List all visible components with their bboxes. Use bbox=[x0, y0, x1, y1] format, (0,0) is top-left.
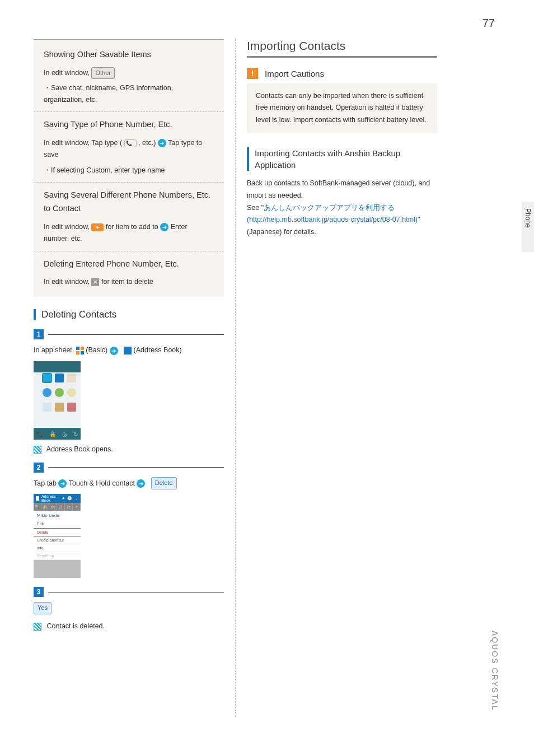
caution-title: Import Cautions bbox=[265, 69, 324, 78]
sec4-line1a: In edit window, bbox=[44, 278, 91, 286]
ab-title: Address Book bbox=[41, 494, 59, 502]
tile-addressbook-icon bbox=[55, 374, 64, 382]
sec2-line1b: , etc.) bbox=[138, 139, 158, 147]
sec4-line1b: for item to delete bbox=[101, 278, 153, 286]
ab-clock-icon: 🕓 bbox=[67, 496, 72, 501]
tile-browser2-icon bbox=[55, 388, 64, 397]
arrow-icon: ➔ bbox=[137, 479, 145, 488]
address-book-icon bbox=[124, 347, 132, 354]
ab-topbar: Address Book ★ 🕓 ⋮ bbox=[34, 494, 81, 503]
sec3-line1: In edit window, + for item to add to ➔ E… bbox=[44, 221, 214, 245]
sec2-title: Saving Type of Phone Number, Etc. bbox=[44, 118, 214, 132]
ab-filter-icon: あ bbox=[41, 503, 49, 511]
nav-help-icon: ◎ bbox=[62, 431, 67, 437]
section-underline bbox=[247, 56, 437, 58]
anshin-subheading: Importing Contacts with Anshin Backup Ap… bbox=[247, 147, 437, 171]
step1-l1c: (Address Book) bbox=[134, 346, 182, 354]
nav-refresh-icon: ↻ bbox=[73, 431, 78, 437]
step1-screenshot: 📞 🔒 ◎ ↻ bbox=[34, 361, 81, 440]
sec1-line1a: In edit window, bbox=[44, 69, 91, 77]
ab-star-icon: ★ bbox=[62, 496, 65, 501]
arrow-icon: ➔ bbox=[160, 223, 168, 231]
ab-menu-icon: ⋮ bbox=[74, 496, 78, 501]
step3-result: Contact is deleted. bbox=[34, 622, 224, 631]
sec4-line1: In edit window, ✕ for item to delete bbox=[44, 276, 214, 288]
step2-badge: 2 bbox=[34, 463, 44, 473]
ab-filter-icon: > bbox=[73, 503, 81, 511]
apps-grid-icon bbox=[76, 347, 84, 354]
step2-head: 2 bbox=[34, 463, 224, 473]
right-column: Importing Contacts ! Import Cautions Con… bbox=[236, 39, 448, 717]
arrow-icon: ➔ bbox=[110, 347, 118, 355]
dash-divider bbox=[34, 111, 224, 112]
importing-contacts-heading: Importing Contacts bbox=[247, 39, 437, 53]
nav-lock-icon: 🔒 bbox=[49, 431, 56, 437]
tile-settings-icon bbox=[55, 403, 64, 412]
sec4-title: Deleting Entered Phone Number, Etc. bbox=[44, 257, 214, 271]
tile-mail-icon bbox=[67, 374, 76, 382]
dash-divider bbox=[34, 182, 224, 183]
navbar: 📞 🔒 ◎ ↻ bbox=[34, 430, 81, 440]
sec3-line1a: In edit window, bbox=[44, 223, 91, 231]
step-rule bbox=[48, 467, 224, 468]
step1-body: In app sheet, (Basic) ➔ (Address Book) bbox=[34, 344, 224, 357]
phone-type-icon bbox=[124, 139, 137, 147]
caution-icon: ! bbox=[247, 68, 258, 79]
step1-result: Address Book opens. bbox=[34, 445, 224, 454]
step3-head: 3 bbox=[34, 587, 224, 597]
result-flag-icon bbox=[34, 446, 41, 454]
tile-grid-icon bbox=[67, 403, 76, 412]
ab-menu-edit: Edit bbox=[34, 520, 81, 528]
step-rule bbox=[48, 334, 224, 335]
caution-header: ! Import Cautions bbox=[247, 68, 437, 79]
step-rule bbox=[48, 592, 224, 592]
ab-context-menu: Mikio Ueda Edit Delete Create shortcut I… bbox=[34, 511, 81, 560]
sec1-line1: In edit window, Other bbox=[44, 67, 214, 79]
tile-phone-icon bbox=[43, 374, 51, 382]
step1-result-text: Address Book opens. bbox=[46, 445, 113, 453]
step1-l1b: (Basic) bbox=[86, 346, 109, 354]
ab-menu-send: Send/Exp bbox=[34, 552, 81, 560]
step1-l1a: In app sheet, bbox=[34, 346, 76, 354]
arrow-icon: ➔ bbox=[158, 139, 166, 147]
step2-body: Tap tab ➔ Touch & Hold contact ➔ Delete bbox=[34, 477, 224, 490]
anshin-p2a: See " bbox=[247, 204, 264, 212]
ab-search-icon: 🔍 bbox=[34, 503, 41, 511]
sec1-title: Showing Other Savable Items bbox=[44, 48, 214, 62]
arrow-icon: ➔ bbox=[58, 479, 67, 488]
tile-browser-icon bbox=[43, 388, 51, 397]
ab-filter-icon: か bbox=[49, 503, 57, 511]
anshin-p1: Back up contacts to SoftBank-managed ser… bbox=[247, 178, 437, 202]
ab-filter-icon: た bbox=[65, 503, 73, 511]
ab-menu-delete: Delete bbox=[34, 528, 81, 536]
step1-badge: 1 bbox=[34, 329, 44, 339]
ab-filterbar: 🔍 あ か さ た > bbox=[34, 503, 81, 511]
step3-badge: 3 bbox=[34, 587, 44, 597]
side-tab: Phone bbox=[522, 202, 534, 252]
step2-l1a: Tap tab bbox=[34, 479, 58, 487]
ab-contact-name: Mikio Ueda bbox=[34, 511, 81, 520]
step2-screenshot: Address Book ★ 🕓 ⋮ 🔍 あ か さ た > Mik bbox=[34, 494, 81, 578]
dash-divider bbox=[34, 251, 224, 251]
step3-body: Yes bbox=[34, 601, 224, 614]
info-box: Showing Other Savable Items In edit wind… bbox=[34, 40, 224, 297]
other-tag: Other bbox=[91, 67, 115, 79]
anshin-paragraphs: Back up contacts to SoftBank-managed ser… bbox=[247, 178, 437, 239]
result-flag-icon bbox=[34, 623, 41, 631]
anshin-link[interactable]: あんしんバックアップアプリを利用する (http://help.mb.softb… bbox=[247, 204, 418, 224]
ab-menu-shortcut: Create shortcut bbox=[34, 536, 81, 544]
side-tab-label: Phone bbox=[522, 202, 532, 228]
page-number: 77 bbox=[483, 17, 495, 30]
sec2-line2: ・If selecting Custom, enter type name bbox=[44, 165, 214, 176]
ab-icon bbox=[36, 496, 39, 501]
caution-box: Contacts can only be imported when there… bbox=[247, 83, 437, 133]
ab-filter-icon: さ bbox=[57, 503, 65, 511]
left-column: Showing Other Savable Items In edit wind… bbox=[22, 39, 235, 717]
step3-result-text: Contact is deleted. bbox=[46, 622, 105, 630]
yes-tag: Yes bbox=[34, 602, 51, 614]
sec1-line2: ・Save chat, nickname, GPS information, o… bbox=[44, 82, 214, 106]
delete-tag: Delete bbox=[151, 477, 177, 489]
sec3-title: Saving Several Different Phone Numbers, … bbox=[44, 188, 214, 216]
nav-phone-icon: 📞 bbox=[36, 431, 43, 437]
step2-l1b: Touch & Hold contact bbox=[69, 479, 137, 487]
